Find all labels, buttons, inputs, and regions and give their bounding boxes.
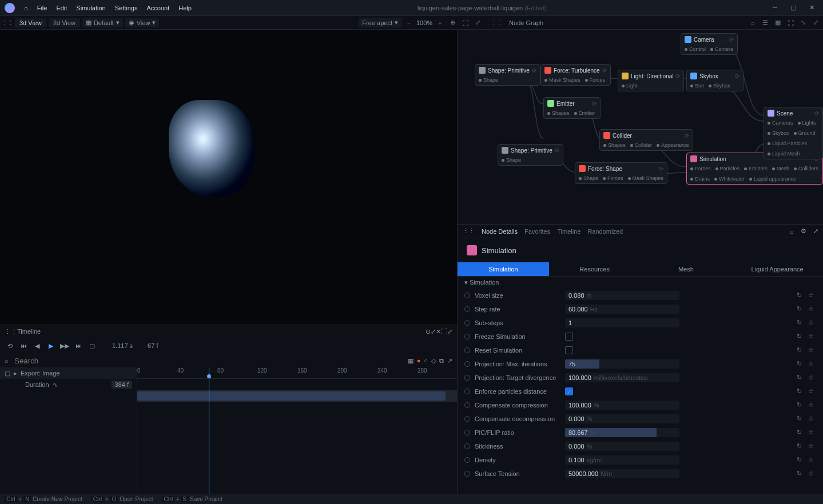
prop-value-input[interactable]: 0.100kg/m³	[565, 455, 679, 465]
node-port[interactable]: Shape	[579, 175, 598, 181]
node-turb[interactable]: Force: Turbulence⟳Mask ShapesForces	[540, 64, 611, 86]
node-refresh-icon[interactable]: ⟳	[735, 73, 739, 79]
zoom-out-button[interactable]: −	[404, 18, 414, 28]
node-port[interactable]: Liquid Mesh	[768, 151, 800, 157]
favorite-icon[interactable]: ☆	[808, 415, 816, 423]
prop-value-input[interactable]: 0.000%	[565, 442, 679, 451]
reset-icon[interactable]: ↻	[797, 456, 805, 464]
node-port[interactable]: Shape	[479, 77, 498, 83]
favorite-icon[interactable]: ☆	[808, 291, 816, 299]
prop-checkbox[interactable]	[565, 346, 573, 354]
status-shortcut[interactable]: Ctrl + N Create New Project	[5, 496, 82, 502]
prop-checkbox[interactable]	[565, 333, 573, 341]
favorite-icon[interactable]: ☆	[808, 360, 816, 368]
node-forceshape[interactable]: Force: Shape⟳ShapeForcesMask Shapes	[575, 162, 667, 184]
node-refresh-icon[interactable]: ⟳	[659, 166, 663, 172]
node-port[interactable]: Lights	[798, 120, 816, 126]
node-port[interactable]: Skybox	[768, 130, 789, 136]
playhead[interactable]	[209, 367, 209, 494]
node-refresh-icon[interactable]: ⟳	[555, 147, 559, 154]
reset-icon[interactable]: ↻	[797, 374, 805, 382]
list-icon[interactable]: ☰	[760, 18, 770, 28]
node-skybox[interactable]: Skybox⟳SunSkybox	[686, 70, 744, 91]
node-port[interactable]: Forces	[585, 77, 606, 83]
search-icon[interactable]: ⌕	[790, 228, 794, 235]
node-collider[interactable]: Collider⟳ShapesColliderAppearance	[599, 129, 693, 151]
node-refresh-icon[interactable]: ⟳	[532, 67, 536, 74]
favorite-icon[interactable]: ☆	[808, 333, 816, 341]
reset-icon[interactable]: ↻	[797, 470, 805, 478]
prop-keyframe-toggle[interactable]	[464, 443, 470, 449]
favorite-icon[interactable]: ☆	[808, 305, 816, 313]
prop-keyframe-toggle[interactable]	[464, 306, 470, 312]
node-port[interactable]: Shapes	[547, 110, 570, 116]
snap-icon[interactable]: ⧉	[439, 357, 444, 365]
prop-value-input[interactable]: 1	[565, 318, 679, 327]
node-port[interactable]: Collider	[630, 142, 653, 148]
loop-button[interactable]: ⟲	[5, 341, 15, 351]
home-icon[interactable]: ⌂	[19, 2, 33, 14]
node-port[interactable]: Control	[685, 46, 706, 52]
view-dropdown[interactable]: ◉ View ▾	[125, 18, 160, 27]
collapse-icon[interactable]: ⤡	[798, 18, 808, 28]
menu-edit[interactable]: Edit	[51, 2, 71, 14]
prop-value-input[interactable]: 60.000Hz	[565, 305, 679, 314]
node-port[interactable]: Mesh	[772, 166, 789, 171]
tab-randomized[interactable]: Randomized	[587, 228, 623, 235]
favorite-icon[interactable]: ☆	[808, 346, 816, 354]
prop-keyframe-toggle[interactable]	[464, 457, 470, 463]
subtab-liquid-appearance[interactable]: Liquid Appearance	[731, 262, 823, 276]
node-refresh-icon[interactable]: ⟳	[602, 67, 607, 74]
skip-forward-button[interactable]: ⏭	[73, 341, 84, 351]
node-port[interactable]: Light	[622, 83, 638, 89]
key-icon[interactable]: ◇	[431, 357, 436, 365]
record-icon[interactable]: ⊙	[426, 328, 431, 335]
tab-timeline[interactable]: Timeline	[557, 228, 581, 235]
viewport-icon[interactable]: ⛶	[460, 18, 470, 28]
node-port[interactable]: Particles	[715, 166, 740, 171]
node-scene[interactable]: Scene⟳CamerasLightsSkyboxGroundLiquid Pa…	[764, 107, 823, 159]
node-port[interactable]: Forces	[690, 166, 711, 171]
node-refresh-icon[interactable]: ⟳	[814, 110, 819, 117]
collapse-icon[interactable]: ✕	[436, 328, 441, 335]
expand-icon[interactable]: ⤢	[472, 18, 483, 28]
prop-value-input[interactable]: 80.667%	[565, 428, 679, 437]
reset-icon[interactable]: ↻	[797, 401, 805, 409]
subtab-resources[interactable]: Resources	[549, 262, 641, 276]
viewport-3d[interactable]	[0, 30, 457, 325]
grip-icon[interactable]: ⋮⋮	[5, 328, 17, 335]
node-port[interactable]: Drains	[690, 176, 710, 182]
node-camera[interactable]: Camera⟳ControlCamera	[681, 33, 738, 55]
focus-icon[interactable]: ⊕	[447, 18, 458, 28]
prop-keyframe-toggle[interactable]	[464, 320, 470, 326]
prop-keyframe-toggle[interactable]	[464, 402, 470, 408]
tab-node-details[interactable]: Node Details	[482, 228, 518, 235]
prop-value-input[interactable]: 75	[565, 359, 679, 369]
prop-value-input[interactable]: 100.000millivoxels/timestep	[565, 373, 679, 382]
reset-icon[interactable]: ↻	[797, 442, 805, 450]
skip-back-button[interactable]: ⏮	[18, 341, 29, 351]
node-port[interactable]: Emitters	[744, 166, 768, 171]
prop-keyframe-toggle[interactable]	[464, 347, 470, 353]
status-shortcut[interactable]: Ctrl + S Save Project	[162, 496, 222, 502]
favorite-icon[interactable]: ☆	[808, 442, 816, 450]
reset-icon[interactable]: ↻	[797, 429, 805, 437]
reset-icon[interactable]: ↻	[797, 333, 805, 341]
more-icon[interactable]: ⛶	[441, 328, 447, 335]
favorite-icon[interactable]: ☆	[808, 374, 816, 382]
prop-value-input[interactable]: 50000.000N/m	[565, 469, 679, 478]
aspect-dropdown[interactable]: Free apect ▾	[359, 18, 401, 27]
node-port[interactable]: Camera	[710, 46, 733, 52]
node-port[interactable]: Cameras	[768, 120, 793, 126]
expand-icon[interactable]: ⤢	[813, 227, 818, 235]
node-port[interactable]: Ground	[794, 130, 816, 136]
minimize-icon[interactable]: ─	[768, 4, 782, 11]
step-forward-button[interactable]: ▶▶	[59, 341, 70, 351]
node-refresh-icon[interactable]: ⟳	[592, 101, 597, 107]
step-back-button[interactable]: ◀	[32, 341, 42, 351]
play-button[interactable]: ▶	[46, 341, 56, 351]
node-port[interactable]: Mask Shapes	[628, 175, 664, 181]
prop-keyframe-toggle[interactable]	[464, 416, 470, 422]
status-shortcut[interactable]: Ctrl + O Open Project	[92, 496, 153, 502]
zoom-in-button[interactable]: +	[435, 18, 445, 28]
